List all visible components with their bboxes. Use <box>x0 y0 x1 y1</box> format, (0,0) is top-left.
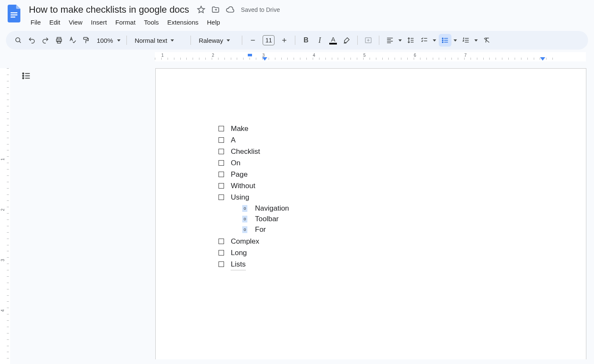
checklist-text[interactable]: Without <box>231 180 255 192</box>
bulleted-list-button[interactable] <box>439 34 451 47</box>
checkbox-icon[interactable] <box>219 149 224 154</box>
checklist-text[interactable]: Long <box>231 247 247 258</box>
checklist-button[interactable] <box>418 34 431 47</box>
document-content[interactable]: Make A Checklist On Page Without Using o… <box>219 123 289 270</box>
search-menus-icon[interactable] <box>12 34 25 47</box>
svg-point-13 <box>22 75 24 77</box>
checklist-item[interactable]: Complex <box>219 236 289 247</box>
paint-format-icon[interactable] <box>80 34 92 47</box>
highlight-color-button[interactable] <box>340 34 353 47</box>
spellcheck-icon[interactable] <box>66 34 79 47</box>
checklist-text[interactable]: Lists <box>231 258 246 270</box>
numbered-list-button[interactable] <box>460 34 472 47</box>
document-title[interactable]: How to make checklists in google docs <box>27 3 191 16</box>
svg-point-11 <box>443 42 443 42</box>
checkbox-icon[interactable] <box>219 195 224 200</box>
bold-button[interactable]: B <box>300 34 312 47</box>
italic-button[interactable]: I <box>313 34 326 47</box>
sub-bullet-icon[interactable]: o <box>242 226 247 233</box>
checklist-dropdown[interactable] <box>431 34 438 47</box>
checklist-text[interactable]: On <box>231 157 241 169</box>
checkbox-icon[interactable] <box>219 183 224 189</box>
sublist-text[interactable]: Toolbar <box>255 214 279 224</box>
checklist-item[interactable]: A <box>219 134 289 146</box>
checklist-item[interactable]: Long <box>219 247 289 258</box>
checklist-text[interactable]: A <box>231 134 235 146</box>
horizontal-ruler[interactable]: 1234567 <box>10 52 594 61</box>
checklist-text[interactable]: Page <box>231 169 248 180</box>
first-line-indent-marker[interactable] <box>248 54 252 56</box>
document-canvas[interactable]: Make A Checklist On Page Without Using o… <box>10 61 594 359</box>
menu-insert[interactable]: Insert <box>87 17 110 28</box>
checklist-item[interactable]: Lists <box>219 258 289 270</box>
document-page[interactable]: Make A Checklist On Page Without Using o… <box>155 68 586 359</box>
move-to-folder-icon[interactable] <box>211 6 220 14</box>
line-spacing-button[interactable] <box>404 34 417 47</box>
menu-extensions[interactable]: Extensions <box>164 17 202 28</box>
menu-format[interactable]: Format <box>112 17 139 28</box>
app-header: How to make checklists in google docs Sa… <box>0 0 594 28</box>
decrease-font-size-button[interactable] <box>247 34 259 47</box>
menu-file[interactable]: File <box>27 17 44 28</box>
clear-formatting-button[interactable] <box>480 34 493 47</box>
sublist-item[interactable]: oFor <box>242 224 289 235</box>
sub-bullet-icon[interactable]: o <box>242 205 247 212</box>
checkbox-icon[interactable] <box>219 137 224 143</box>
font-size-input[interactable] <box>263 35 275 45</box>
docs-logo-icon[interactable] <box>6 3 23 24</box>
checklist-item[interactable]: Without <box>219 180 289 192</box>
bulleted-list-dropdown[interactable] <box>452 34 459 47</box>
sub-bullet-icon[interactable]: o <box>242 216 247 222</box>
saved-status-text: Saved to Drive <box>241 6 280 13</box>
align-dropdown[interactable] <box>397 34 403 47</box>
redo-icon[interactable] <box>39 34 52 47</box>
star-icon[interactable] <box>197 6 205 14</box>
checkbox-icon[interactable] <box>219 126 224 131</box>
toolbar: 100% Normal text Raleway B I A <box>6 31 588 50</box>
sublist-text[interactable]: For <box>255 224 266 235</box>
sublist-item[interactable]: oToolbar <box>242 214 289 224</box>
menu-view[interactable]: View <box>65 17 86 28</box>
checkbox-icon[interactable] <box>219 239 224 244</box>
svg-point-12 <box>22 73 24 74</box>
menu-tools[interactable]: Tools <box>140 17 162 28</box>
paragraph-style-dropdown[interactable]: Normal text <box>131 34 186 47</box>
text-color-button[interactable]: A <box>327 34 339 47</box>
numbered-list-dropdown[interactable] <box>473 34 479 47</box>
menu-edit[interactable]: Edit <box>46 17 64 28</box>
menu-help[interactable]: Help <box>204 17 224 28</box>
checkbox-icon[interactable] <box>219 261 224 267</box>
right-indent-marker[interactable] <box>540 57 545 61</box>
checkbox-icon[interactable] <box>219 250 224 256</box>
document-outline-icon[interactable] <box>20 70 32 82</box>
cloud-saved-icon[interactable] <box>226 6 234 14</box>
sublist-item[interactable]: oNavigation <box>242 203 289 214</box>
checkbox-icon[interactable] <box>219 160 224 166</box>
checklist-text[interactable]: Using <box>231 192 249 203</box>
checklist-item[interactable]: Page <box>219 169 289 180</box>
menu-bar: File Edit View Insert Format Tools Exten… <box>27 17 280 28</box>
increase-font-size-button[interactable] <box>278 34 291 47</box>
svg-point-10 <box>443 40 443 41</box>
checklist-item[interactable]: On <box>219 157 289 169</box>
checklist-text[interactable]: Complex <box>231 236 259 247</box>
sublist-text[interactable]: Navigation <box>255 203 289 214</box>
svg-rect-0 <box>11 12 17 13</box>
font-dropdown[interactable]: Raleway <box>195 34 238 47</box>
vertical-ruler[interactable]: 1234 <box>0 61 10 359</box>
checkbox-icon[interactable] <box>219 172 224 177</box>
checklist-text[interactable]: Checklist <box>231 146 260 157</box>
print-icon[interactable] <box>53 34 65 47</box>
checklist-item[interactable]: Checklist <box>219 146 289 157</box>
insert-image-button[interactable] <box>362 34 375 47</box>
svg-point-9 <box>443 38 443 39</box>
checklist-item[interactable]: Using <box>219 192 289 203</box>
zoom-value: 100% <box>95 37 115 44</box>
checklist-item[interactable]: Make <box>219 123 289 134</box>
align-button[interactable] <box>384 34 396 47</box>
svg-rect-1 <box>11 14 17 15</box>
checklist-text[interactable]: Make <box>231 123 249 134</box>
undo-icon[interactable] <box>25 34 38 47</box>
left-indent-marker[interactable] <box>262 57 267 61</box>
zoom-dropdown[interactable]: 100% <box>93 34 122 47</box>
